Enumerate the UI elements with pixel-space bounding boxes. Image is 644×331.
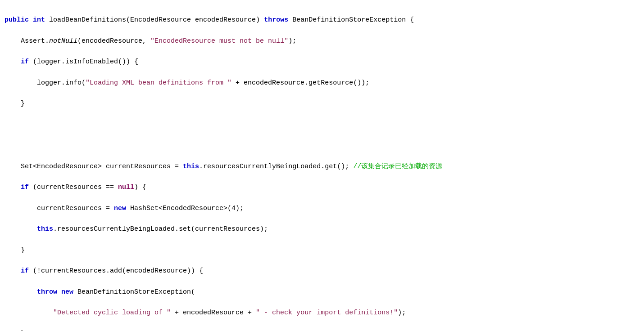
line-if-add: if (!currentResources.add(encodedResourc… bbox=[5, 266, 644, 276]
line-set-current: Set<EncodedResource> currentResources = … bbox=[5, 161, 644, 172]
line-logger-info: logger.info("Loading XML bean definition… bbox=[5, 78, 644, 88]
line-close1: } bbox=[5, 98, 644, 109]
line-signature: public int loadBeanDefinitions(EncodedRe… bbox=[5, 15, 644, 25]
line-detected-msg: "Detected cyclic loading of " + encodedR… bbox=[5, 308, 644, 318]
line-blank2 bbox=[5, 140, 644, 151]
line-close3: } bbox=[5, 329, 644, 331]
line-set-resources: this.resourcesCurrentlyBeingLoaded.set(c… bbox=[5, 224, 644, 234]
line-if-null: if (currentResources == null) { bbox=[5, 182, 644, 192]
code-viewer: public int loadBeanDefinitions(EncodedRe… bbox=[5, 4, 644, 331]
line-if-logger: if (logger.isInfoEnabled()) { bbox=[5, 57, 644, 67]
line-new-hashset: currentResources = new HashSet<EncodedRe… bbox=[5, 203, 644, 214]
line-close2: } bbox=[5, 245, 644, 255]
line-blank1 bbox=[5, 120, 644, 130]
line-throw-new: throw new BeanDefinitionStoreException( bbox=[5, 287, 644, 297]
line-assert: Assert.notNull(encodedResource, "Encoded… bbox=[5, 36, 644, 46]
